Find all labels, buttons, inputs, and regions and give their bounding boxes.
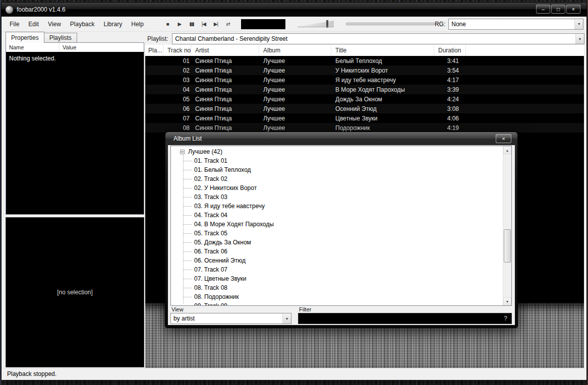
column-header-trackno[interactable]: Track no: [163, 45, 191, 56]
column-header-title[interactable]: Title: [331, 45, 434, 56]
app-icon: [6, 6, 13, 14]
window-titlebar[interactable]: foobar2000 v1.4.6 – □ ×: [2, 3, 586, 17]
replaygain-group: RG: None ▼: [435, 19, 583, 30]
tree-scrollbar[interactable]: ▲ ▼: [503, 146, 511, 305]
playlist-row[interactable]: 05 Синяя Птица Лучшее Дождь За Окном 4:2…: [145, 94, 584, 104]
menu-toolbar: FileEditViewPlaybackLibraryHelp ■▶▮▮|◀▶|…: [2, 17, 586, 32]
album-tree: Лучшее (42) 01. Track 01 01. Белый Тепло…: [171, 146, 503, 305]
menu-bar: FileEditViewPlaybackLibraryHelp: [5, 17, 148, 31]
tree-item[interactable]: 09. Track 09: [171, 301, 503, 305]
tree-item[interactable]: 01. Track 01: [171, 156, 503, 165]
filter-input[interactable]: ?: [298, 313, 512, 324]
playlist-rows: 01 Синяя Птица Лучшее Белый Теплоход 3:4…: [145, 56, 584, 133]
pause-button[interactable]: ▮▮: [186, 19, 198, 30]
tree-item[interactable]: 02. У Никитских Ворот: [171, 183, 503, 192]
view-label: View: [170, 306, 291, 312]
menu-item[interactable]: File: [5, 19, 24, 30]
tree-item[interactable]: 03. Я иду тебе навстречу: [171, 202, 503, 211]
dialog-titlebar[interactable]: Album List ×: [165, 132, 517, 145]
chevron-down-icon: ▼: [282, 313, 291, 324]
collapse-icon[interactable]: [180, 150, 185, 154]
tree-items: 01. Track 01 01. Белый Теплоход 02. Trac…: [171, 156, 503, 305]
playlist-select[interactable]: Chantal Chamberland - Serendipity Street…: [172, 33, 584, 44]
tree-item[interactable]: 08. Track 08: [171, 283, 503, 292]
column-header-name: Name: [6, 43, 60, 52]
volume-wedge-icon: [298, 21, 334, 27]
album-tree-panel: Лучшее (42) 01. Track 01 01. Белый Тепло…: [170, 146, 512, 306]
column-header-album[interactable]: Album: [259, 45, 331, 56]
playlist-column-headers: Pla... Track no Artist Album Title Durat…: [145, 45, 584, 56]
menu-item[interactable]: Playback: [66, 19, 99, 30]
tree-item[interactable]: 05. Дождь За Окном: [171, 238, 503, 247]
tab-properties[interactable]: Properties: [6, 32, 44, 43]
playlist-row[interactable]: 06 Синяя Птица Лучшее Осенний Этюд 3:08: [145, 104, 584, 113]
transport-controls: ■▶▮▮|◀▶|⇄: [161, 19, 234, 30]
view-select[interactable]: by artist ▼: [170, 313, 291, 324]
volume-slider[interactable]: [298, 20, 334, 28]
tree-item[interactable]: 01. Белый Теплоход: [171, 165, 503, 174]
playlist-label: Playlist:: [147, 35, 168, 42]
tree-item[interactable]: 08. Подорожник: [171, 292, 503, 301]
scroll-down-icon[interactable]: ▼: [503, 297, 511, 305]
scroll-up-icon[interactable]: ▲: [503, 146, 511, 154]
column-header-value: Value: [60, 43, 144, 52]
transport-icon: ▶: [178, 21, 182, 27]
tree-item[interactable]: 07. Цветные Звуки: [171, 274, 503, 283]
menu-item[interactable]: View: [43, 19, 66, 30]
playlist-row[interactable]: 04 Синяя Птица Лучшее В Море Ходят Парох…: [145, 85, 584, 94]
playlist-selector-bar: Playlist: Chantal Chamberland - Serendip…: [147, 33, 584, 44]
properties-empty-state: Nothing selected.: [6, 52, 144, 214]
filter-hint: ?: [504, 315, 507, 322]
volume-thumb[interactable]: [326, 20, 328, 28]
playlist-row[interactable]: 07 Синяя Птица Лучшее Цветные Звуки 4:06: [145, 113, 584, 123]
playlist-row[interactable]: 02 Синяя Птица Лучшее У Никитских Ворот …: [145, 66, 584, 75]
close-button[interactable]: ×: [566, 5, 580, 14]
transport-icon: ▶|: [214, 21, 218, 27]
dialog-close-button[interactable]: ×: [496, 134, 511, 143]
filter-label: Filter: [298, 306, 512, 312]
tree-item[interactable]: 03. Track 03: [171, 192, 503, 202]
scrollbar-thumb[interactable]: [504, 229, 511, 263]
status-text: Playback stopped.: [7, 370, 56, 377]
tab-playlists[interactable]: Playlists: [44, 33, 77, 42]
maximize-button[interactable]: □: [551, 5, 565, 14]
previous-button[interactable]: |◀: [198, 19, 210, 30]
tree-item[interactable]: 07. Track 07: [171, 265, 503, 274]
tree-node-album[interactable]: Лучшее (42): [171, 147, 503, 156]
transport-icon: |◀: [202, 21, 206, 27]
rg-select[interactable]: None ▼: [448, 19, 583, 30]
tree-item[interactable]: 05. Track 05: [171, 229, 503, 238]
menu-item[interactable]: Edit: [24, 19, 43, 30]
view-group: View by artist ▼: [170, 306, 291, 324]
tree-item[interactable]: 02. Track 02: [171, 174, 503, 183]
chevron-down-icon: ▼: [574, 19, 583, 29]
tree-item[interactable]: 06. Осенний Этюд: [171, 256, 503, 265]
album-list-dialog: Album List × Лучшее (42) 01. Track 01: [165, 132, 518, 328]
minimize-button[interactable]: –: [536, 5, 550, 14]
play-button[interactable]: ▶: [173, 19, 186, 30]
playlist-row[interactable]: 03 Синяя Птица Лучшее Я иду тебе навстре…: [145, 75, 584, 85]
chevron-down-icon: ▼: [575, 34, 584, 44]
panel-tabs: PropertiesPlaylists: [5, 32, 144, 42]
random-button[interactable]: ⇄: [222, 19, 234, 30]
column-header-artist[interactable]: Artist: [191, 45, 259, 56]
window-controls: – □ ×: [536, 5, 580, 14]
properties-panel: Name Value Nothing selected.: [6, 42, 144, 215]
next-button[interactable]: ▶|: [210, 19, 222, 30]
selection-info-panel: [no selection]: [6, 217, 144, 367]
album-art-display: [241, 19, 285, 29]
tree-item[interactable]: 04. Track 04: [171, 211, 503, 220]
stop-button[interactable]: ■: [161, 19, 173, 30]
playlist-row[interactable]: 01 Синяя Птица Лучшее Белый Теплоход 3:4…: [145, 56, 584, 66]
menu-item[interactable]: Library: [99, 19, 127, 30]
status-bar: Playback stopped.: [2, 368, 586, 379]
tree-item[interactable]: 04. В Море Ходят Пароходы: [171, 220, 503, 229]
transport-icon: ▮▮: [189, 21, 194, 27]
column-header-duration[interactable]: Duration: [434, 45, 466, 56]
tree-item[interactable]: 06. Track 06: [171, 247, 503, 256]
column-header-playing[interactable]: Pla...: [145, 45, 163, 56]
menu-item[interactable]: Help: [127, 19, 148, 30]
seek-bar[interactable]: [346, 23, 435, 25]
column-header-filler: [466, 45, 584, 56]
properties-header: Name Value: [6, 43, 144, 52]
